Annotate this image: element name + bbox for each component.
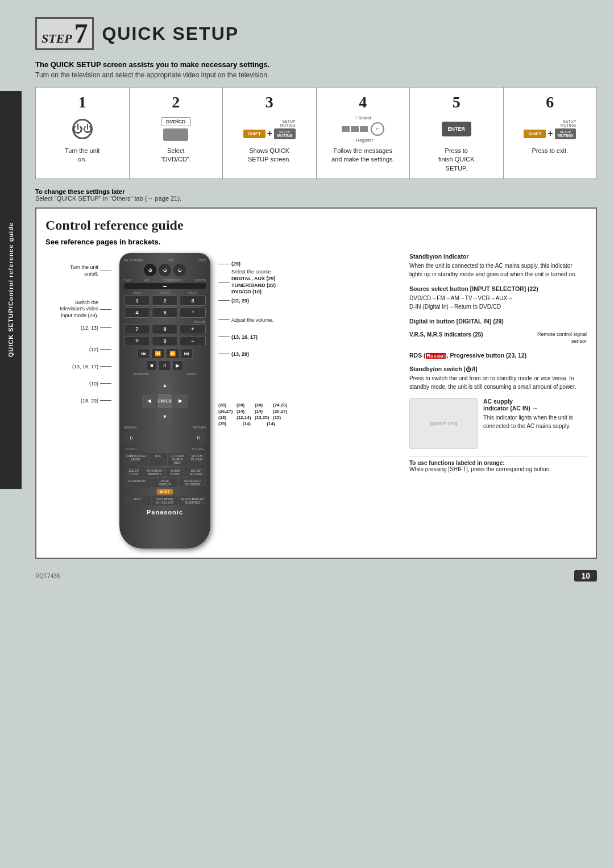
- line-5: [100, 366, 111, 367]
- setup-btn[interactable]: SETUPMUTING: [186, 468, 206, 477]
- display-btn[interactable]: D: [124, 430, 139, 445]
- fldisplay-btn[interactable]: FL/DISPLAY: [124, 478, 151, 487]
- line-1: [100, 271, 111, 271]
- ann-rtext-2: Select the sourceDIGITAL, AUX (29)TUNER/…: [231, 269, 276, 296]
- disp-return-labels: DISPLAYRETURN: [124, 426, 206, 429]
- power-tv-btn[interactable]: ⏻: [159, 264, 171, 276]
- line-r-6: [218, 354, 230, 354]
- step-cell-3: 3 SETUPMUTING SHIFT + SETUP MUTING: [223, 88, 317, 178]
- left-labels: Turn the uniton/off. Switch thetelevisio…: [45, 253, 114, 549]
- tv-label: TV: [169, 259, 173, 262]
- step-icon-3: SETUPMUTING SHIFT + SETUP MUTING: [227, 115, 312, 143]
- bottom-btn-grid-2: SLEEPC.S.M POSITIONMEMORY ZOOMAUDIO SETU…: [124, 468, 206, 477]
- arr-btn-left: [342, 126, 350, 132]
- step-desc-4: Follow the messagesand make the settings…: [321, 147, 405, 164]
- ann-text-3: (12, 13): [81, 325, 98, 331]
- control-ref-inner: Turn the uniton/off. Switch thetelevisio…: [45, 253, 587, 549]
- shift-btn-remote[interactable]: SHIFT: [157, 489, 172, 495]
- ann-22-29: (22, 29): [218, 298, 290, 304]
- ann-rtext-5: (13, 16, 17): [231, 334, 258, 340]
- play-btn[interactable]: ▶: [172, 360, 183, 371]
- return-btn[interactable]: R: [191, 430, 206, 445]
- line-6: [100, 383, 111, 384]
- ann-switch-tv: Switch thetelevision's videoinput mode (…: [45, 300, 111, 319]
- cfocus-btn[interactable]: C.FOCUSSUPER BND: [168, 453, 186, 466]
- btn-8[interactable]: 8: [152, 324, 178, 334]
- power-btn-remote[interactable]: ⏻: [144, 264, 156, 276]
- btn-2[interactable]: 2: [152, 296, 178, 306]
- control-ref-box: Control reference guide See reference pa…: [35, 207, 597, 559]
- sleep-btn[interactable]: SLEEPC.S.M: [124, 468, 144, 477]
- fwd-btn[interactable]: ⏩: [166, 348, 179, 359]
- line-7: [100, 400, 111, 401]
- step-num-3: 3: [227, 93, 312, 111]
- test-btn[interactable]: TEST: [124, 496, 151, 505]
- sfc-btn[interactable]: SFC: [149, 453, 167, 466]
- btn-minus[interactable]: −: [180, 336, 206, 346]
- register-label-4: ↓ Register: [352, 138, 373, 143]
- btn-5[interactable]: 5: [152, 308, 178, 318]
- bnum-25: (25): [218, 421, 242, 426]
- btn-1[interactable]: 1: [124, 296, 150, 306]
- btn-0[interactable]: 0: [152, 336, 178, 346]
- prev-btn[interactable]: ⏮: [138, 348, 150, 359]
- line-3: [100, 327, 111, 328]
- stop-btn[interactable]: ■: [147, 360, 156, 371]
- nav-left-btn[interactable]: ◀: [142, 394, 156, 408]
- line-r-5: [218, 337, 230, 337]
- ac-supply-title: AC supplyindicator (AC IN) →: [483, 398, 587, 412]
- page-btn[interactable]: PAGEGROUP: [152, 478, 179, 487]
- nav-up-btn[interactable]: ▲: [157, 378, 172, 392]
- playback-row2: ■ ⏸ ▶: [124, 360, 206, 371]
- btn-6[interactable]: ∨: [180, 308, 206, 318]
- rew-btn[interactable]: ⏪: [151, 348, 164, 359]
- pause-btn[interactable]: ⏸: [159, 360, 171, 371]
- standby-title: Standby/on indicator: [409, 253, 587, 260]
- enter-btn-5[interactable]: ENTER: [442, 122, 471, 136]
- step-cell-4: 4 ↑ Select ↩ ↓ Register: [317, 88, 410, 178]
- line-r-2: [218, 282, 230, 283]
- muting-btn-3: SETUP MUTING: [274, 128, 296, 139]
- next-btn[interactable]: ⏭: [181, 348, 193, 359]
- nav-down-btn[interactable]: ▼: [157, 409, 172, 423]
- ann-13-16-17: (13, 16, 17): [45, 364, 111, 369]
- change-note-text: Select "QUICK SETUP" in "Others" tab (→ …: [35, 195, 181, 202]
- step-number: 7: [74, 18, 88, 48]
- direct-btn[interactable]: DI/O.MODECH SELECT: [152, 496, 179, 505]
- btn-cancel[interactable]: ⊙: [124, 336, 150, 346]
- info-digital-in: Digital in button [DIGITAL IN] (29): [409, 318, 587, 325]
- functions-bold: To use functions labeled in orange:: [409, 460, 587, 466]
- btn-7[interactable]: 7: [124, 324, 150, 334]
- zoom-btn[interactable]: ZOOMAUDIO: [165, 468, 185, 477]
- spacer: [141, 430, 189, 445]
- source-btn[interactable]: ▬: [124, 283, 206, 289]
- power-vcr-btn[interactable]: ⏻: [173, 264, 186, 276]
- position-btn[interactable]: POSITIONMEMORY: [145, 468, 165, 477]
- ann-18-29: (18, 29): [45, 398, 111, 404]
- dlfile-btn[interactable]: MX.ICHDL FILE: [188, 453, 206, 466]
- step-num-1: 1: [40, 93, 125, 111]
- info-source-select: Source select button [INPUT SELECTOR] (2…: [409, 285, 587, 311]
- bnum-24: (24): [237, 402, 254, 408]
- btn-4[interactable]: 4: [124, 308, 150, 318]
- subwoofer-btn[interactable]: SUBWOOFERLEVEL: [124, 453, 148, 466]
- remote-body-container: AV SYSTEM TV VCR ⏻ ⏻ ⏻: [114, 253, 216, 549]
- nav-right-btn[interactable]: ▶: [173, 394, 188, 408]
- arr-btn-mid: [351, 126, 359, 132]
- aveffect-btn[interactable]: AV EFFECTCD MODE: [179, 478, 206, 487]
- subtitle-btn[interactable]: QUICK REPLAY SUBTITLE: [179, 496, 206, 505]
- functions-note: To use functions labeled in orange: Whil…: [409, 456, 587, 472]
- step-badge: STEP 7: [35, 17, 95, 50]
- step-cell-2: 2 DVD/CD Select"DVD/CD".: [130, 88, 223, 178]
- page-number: 10: [574, 570, 597, 582]
- btn-3[interactable]: 3: [180, 296, 206, 306]
- enter-btn-remote[interactable]: ENTER: [157, 394, 172, 408]
- step-icon-2: DVD/CD: [134, 115, 218, 143]
- bnum-24-26: (24,26): [273, 402, 290, 408]
- page-footer: RQT7436 10: [35, 568, 597, 584]
- info-vrs-mrs: V.R.S, M.R.S indicators (25) Remote cont…: [409, 331, 587, 344]
- power-icon: ⏻: [72, 119, 93, 139]
- btn-9[interactable]: +: [180, 324, 206, 334]
- step-desc-2: Select"DVD/CD".: [134, 147, 218, 164]
- bottom-nums-2: (26,27) (14) (14) (20,27): [218, 409, 290, 414]
